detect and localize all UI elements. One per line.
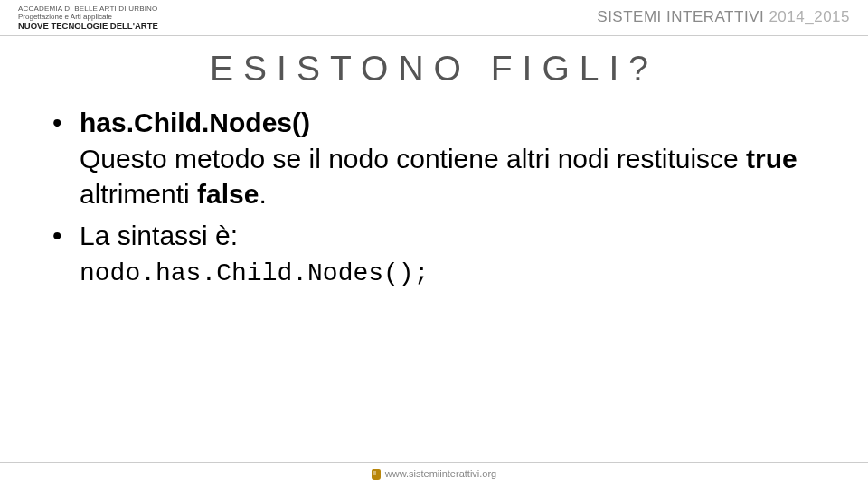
footer-url: www.sistemiinterattivi.org [385, 468, 496, 479]
method-name: has.Child.Nodes() [80, 108, 310, 137]
slide-footer: www.sistemiinterattivi.org [0, 462, 868, 480]
list-item: has.Child.Nodes() Questo metodo se il no… [80, 105, 832, 212]
header-subject: SISTEMI INTERATTIVI [597, 8, 769, 25]
header-right-block: SISTEMI INTERATTIVI 2014_2015 [597, 5, 850, 26]
bullet-list: has.Child.Nodes() Questo metodo se il no… [36, 105, 832, 291]
slide-title: ESISTONO FIGLI? [36, 49, 832, 89]
method-desc-true: true [746, 144, 797, 174]
list-item: La sintassi è: nodo.has.Child.Nodes(); [80, 218, 832, 292]
shield-icon [372, 469, 381, 480]
syntax-code: nodo.has.Child.Nodes(); [80, 259, 429, 287]
header-course: NUOVE TECNOLOGIE DELL'ARTE [18, 22, 158, 31]
slide-content: ESISTONO FIGLI? has.Child.Nodes() Questo… [0, 36, 868, 291]
header-left-block: ACCADEMIA DI BELLE ARTI DI URBINO Proget… [18, 5, 158, 31]
syntax-intro: La sintassi è: [80, 221, 238, 250]
method-desc-end: . [259, 179, 266, 209]
method-desc-pre: Questo metodo se il nodo contiene altri … [80, 144, 746, 174]
header-year: 2014_2015 [769, 8, 850, 25]
method-desc-false: false [197, 179, 259, 209]
slide-header: ACCADEMIA DI BELLE ARTI DI URBINO Proget… [0, 0, 868, 36]
method-desc-mid: altrimenti [80, 179, 197, 209]
